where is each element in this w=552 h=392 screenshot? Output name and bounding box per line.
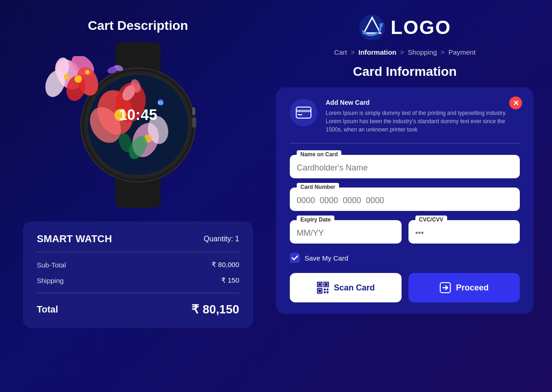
proceed-icon — [439, 282, 451, 294]
svg-rect-40 — [298, 114, 302, 115]
svg-rect-38 — [296, 107, 311, 118]
save-card-label: Save My Card — [305, 254, 348, 262]
svg-rect-33 — [192, 118, 196, 128]
proceed-button[interactable]: Proceed — [408, 273, 520, 302]
logo-icon — [358, 14, 386, 41]
checkmark-icon — [292, 256, 298, 261]
cvc-label: CVC/CVV — [415, 216, 447, 224]
scan-card-button[interactable]: Scan Card — [290, 273, 402, 302]
breadcrumb-sep-2: > — [400, 48, 404, 56]
product-row: SMART WATCH Quantity: 1 — [37, 233, 239, 245]
card-header: Add New Card Lorem Ipsum is simply dummy… — [290, 99, 520, 143]
svg-text:10:45: 10:45 — [119, 106, 157, 123]
proceed-label: Proceed — [456, 283, 489, 293]
svg-rect-44 — [325, 283, 328, 286]
expiry-date-label: Expiry Date — [297, 216, 334, 224]
svg-rect-39 — [296, 110, 311, 112]
card-info-title: Card Information — [353, 64, 457, 79]
qr-code-icon — [316, 281, 329, 294]
total-row: Total ₹ 80,150 — [37, 298, 239, 317]
product-name: SMART WATCH — [37, 233, 112, 245]
svg-rect-42 — [318, 283, 321, 286]
add-new-card-label: Add New Card — [326, 99, 520, 106]
card-number-label: Card Number — [297, 183, 339, 191]
logo-text: LOGO — [391, 17, 451, 39]
breadcrumb-sep-1: > — [351, 48, 355, 56]
smart-watch-svg: 10:45 F1 — [23, 42, 253, 208]
breadcrumb: Cart > Information > Shopping > Payment — [334, 48, 476, 56]
expiry-date-group: Expiry Date — [290, 220, 402, 244]
card-number-group: Card Number — [290, 187, 520, 211]
credit-card-icon — [296, 107, 311, 119]
svg-rect-48 — [327, 289, 328, 290]
breadcrumb-information: Information — [358, 48, 397, 56]
quantity-label: Quantity: 1 — [204, 235, 239, 243]
subtotal-row: Sub-Total ₹ 80,000 — [37, 257, 239, 273]
breadcrumb-cart: Cart — [334, 48, 347, 56]
name-on-card-label: Name on Card — [297, 150, 341, 159]
cart-description-title: Cart Description — [23, 18, 253, 33]
name-on-card-group: Name on Card — [290, 155, 520, 178]
shipping-row: Shipping ₹ 150 — [37, 273, 239, 288]
breadcrumb-payment: Payment — [448, 48, 476, 56]
svg-rect-34 — [192, 108, 196, 115]
breadcrumb-shopping: Shopping — [408, 48, 437, 56]
save-card-checkbox[interactable] — [290, 253, 300, 263]
close-button[interactable]: ✕ — [509, 97, 522, 109]
save-card-row: Save My Card — [290, 253, 520, 263]
shipping-label: Shipping — [37, 277, 63, 284]
expiry-cvc-row: Expiry Date CVC/CVV — [290, 220, 520, 244]
card-description: Lorem Ipsum is simply dummy text of the … — [326, 109, 520, 134]
cvc-group: CVC/CVV — [408, 220, 520, 244]
svg-text:F1: F1 — [158, 101, 163, 105]
total-label: Total — [37, 304, 58, 315]
breadcrumb-sep-3: > — [441, 48, 445, 56]
card-icon-circle — [290, 99, 317, 126]
subtotal-label: Sub-Total — [37, 261, 66, 269]
total-value: ₹ 80,150 — [191, 302, 239, 317]
scan-card-label: Scan Card — [334, 283, 375, 293]
svg-rect-46 — [318, 290, 321, 292]
logo-area: LOGO — [358, 14, 451, 41]
svg-rect-47 — [324, 289, 326, 290]
svg-rect-49 — [324, 291, 326, 293]
card-form-container: Add New Card Lorem Ipsum is simply dummy… — [276, 87, 534, 314]
action-buttons: Scan Card Proceed — [290, 273, 520, 302]
watch-image-area: 10:45 F1 — [23, 42, 253, 208]
cart-info-box: SMART WATCH Quantity: 1 Sub-Total ₹ 80,0… — [23, 222, 253, 328]
svg-rect-50 — [327, 291, 328, 293]
card-header-text: Add New Card Lorem Ipsum is simply dummy… — [326, 99, 520, 134]
shipping-value: ₹ 150 — [221, 276, 239, 284]
subtotal-value: ₹ 80,000 — [212, 261, 239, 269]
